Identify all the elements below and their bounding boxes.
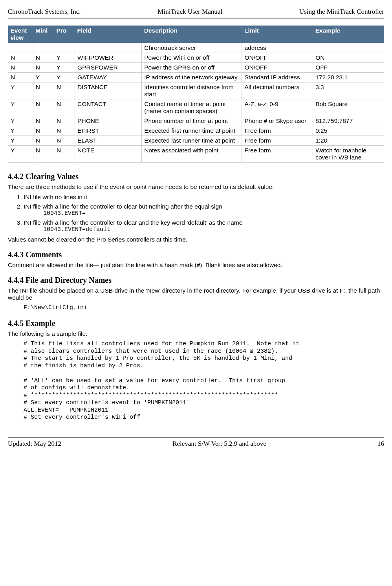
table-cell: Free form [242, 126, 313, 136]
footer-right: 16 [377, 440, 384, 448]
table-cell: N [8, 63, 33, 73]
list-item: INI file with no lines in it [24, 194, 384, 201]
table-cell: DISTANCE [75, 82, 142, 99]
table-cell: Y [8, 146, 33, 163]
example-code: # This file lists all controllers used f… [24, 341, 384, 421]
heading-example: 4.4.5 Example [8, 319, 384, 328]
comments-text: Comment are allowed in the file— just st… [8, 262, 384, 269]
table-cell: Y [8, 82, 33, 99]
footer-left: Updated: May 2012 [8, 440, 61, 448]
table-cell: ON/OFF [242, 53, 313, 63]
table-cell: OFF [313, 63, 384, 73]
li1-text: INI file with no lines in it [24, 194, 87, 200]
table-cell: ON [313, 53, 384, 63]
file-names-text: The INI file should be placed on a USB d… [8, 287, 384, 301]
table-cell: NOTE [75, 146, 142, 163]
table-cell: Y [33, 73, 54, 82]
table-cell [75, 43, 142, 53]
table-cell: Y [8, 136, 33, 146]
table-cell: N [33, 116, 54, 126]
table-cell: Expected last runner time at point [142, 136, 242, 146]
table-cell: Y [54, 53, 75, 63]
table-cell: Expected first runner time at point [142, 126, 242, 136]
table-cell: ON/OFF [242, 63, 313, 73]
table-cell: 812.759.7877 [313, 116, 384, 126]
table-cell: N [33, 136, 54, 146]
table-row: YNNPHONEPhone number of timer at pointPh… [8, 116, 384, 126]
table-cell: 172.20.23.1 [313, 73, 384, 82]
heading-clearing-values: 4.4.2 Clearing Values [8, 172, 384, 181]
file-path-code: F:\New\CtrlCfg.ini [24, 304, 384, 312]
th-example: Example [313, 26, 384, 43]
table-header-row: Event view Mini Pro Field Description Li… [8, 26, 384, 43]
clearing-list: INI file with no lines in it INI file wi… [8, 194, 384, 233]
table-cell: WIFIPOWER [75, 53, 142, 63]
table-cell: N [54, 126, 75, 136]
fields-table: Event view Mini Pro Field Description Li… [8, 26, 384, 163]
table-cell [33, 43, 54, 53]
table-cell: Contact name of timer at point (name can… [142, 99, 242, 116]
table-cell: GATEWAY [75, 73, 142, 82]
table-cell [54, 43, 75, 53]
table-row: YNNDISTANCEIdentifies controller distanc… [8, 82, 384, 99]
table-cell: N [33, 63, 54, 73]
table-cell: 1:20 [313, 136, 384, 146]
table-row: YNNCONTACTContact name of timer at point… [8, 99, 384, 116]
table-cell [8, 43, 33, 53]
list-item: INI file with a line for the controller … [24, 219, 384, 233]
table-cell: Phone # or Skype user [242, 116, 313, 126]
table-cell: N [8, 53, 33, 63]
table-cell: Power the WiFi on or off [142, 53, 242, 63]
table-cell: N [54, 116, 75, 126]
table-row: NNYWIFIPOWERPower the WiFi on or offON/O… [8, 53, 384, 63]
footer-center: Relevant S/W Ver: 5.2.9 and above [172, 440, 266, 448]
header-left: ChronoTrack Systems, Inc. [8, 8, 81, 16]
table-row: YNNEFIRSTExpected first runner time at p… [8, 126, 384, 136]
th-event-view: Event view [8, 26, 33, 43]
table-cell: N [54, 82, 75, 99]
th-field: Field [75, 26, 142, 43]
th-limit: Limit [242, 26, 313, 43]
table-cell: N [8, 73, 33, 82]
table-cell: Y [54, 73, 75, 82]
table-cell: GPRSPOWER [75, 63, 142, 73]
table-cell: Y [8, 126, 33, 136]
header-right: Using the MiniTrack Controller [299, 8, 384, 16]
heading-file-names: 4.4.4 File and Directory Names [8, 276, 384, 285]
table-cell: A-Z, a-z, 0-9 [242, 99, 313, 116]
page-header: ChronoTrack Systems, Inc. MiniTrack User… [8, 8, 384, 18]
table-cell: EFIRST [75, 126, 142, 136]
table-cell: N [33, 146, 54, 163]
li3-text: INI file with a line for the controller … [24, 219, 242, 226]
table-cell: Y [8, 99, 33, 116]
table-cell: Watch for manhole cover in WB lane [313, 146, 384, 163]
table-cell: 3.3 [313, 82, 384, 99]
table-cell: Free form [242, 146, 313, 163]
li3-code: 10043.EVENT=default [43, 226, 384, 233]
table-cell: Identifies controller distance from star… [142, 82, 242, 99]
table-cell: N [54, 146, 75, 163]
clearing-outro: Values cannot be cleared on the Pro Seri… [8, 236, 384, 243]
table-row: Chronotrack serveraddress [8, 43, 384, 53]
table-cell: Power the GPRS on or off [142, 63, 242, 73]
list-item: INI file with a line for the controller … [24, 203, 384, 217]
th-description: Description [142, 26, 242, 43]
table-cell: address [242, 43, 313, 53]
table-cell [313, 43, 384, 53]
table-cell: N [33, 126, 54, 136]
li2-code: 10043.EVENT= [43, 210, 384, 217]
table-row: YNNELASTExpected last runner time at poi… [8, 136, 384, 146]
table-cell: PHONE [75, 116, 142, 126]
li2-text: INI file with a line for the controller … [24, 203, 222, 210]
table-cell: N [54, 136, 75, 146]
table-cell: IP address of the network gateway [142, 73, 242, 82]
table-cell: 0:25 [313, 126, 384, 136]
table-cell: N [33, 53, 54, 63]
th-mini: Mini [33, 26, 54, 43]
table-cell: N [54, 99, 75, 116]
table-cell: All decimal numbers [242, 82, 313, 99]
table-cell: Standard IP address [242, 73, 313, 82]
table-row: YNNNOTENotes associated with pointFree f… [8, 146, 384, 163]
page-footer: Updated: May 2012 Relevant S/W Ver: 5.2.… [8, 437, 384, 448]
table-cell: Notes associated with point [142, 146, 242, 163]
